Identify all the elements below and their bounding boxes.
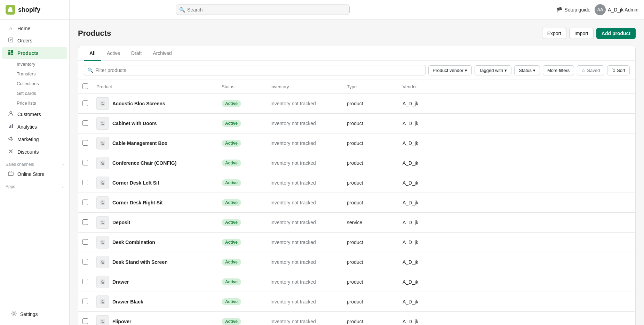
tab-all[interactable]: All xyxy=(84,46,101,61)
tab-archived[interactable]: Archived xyxy=(147,46,177,61)
export-button[interactable]: Export xyxy=(542,28,566,39)
product-type-cell: product xyxy=(343,233,398,252)
status-badge: Active xyxy=(222,179,241,186)
tagged-with-filter-button[interactable]: Tagged with ▾ xyxy=(475,65,511,75)
select-all-checkbox[interactable] xyxy=(82,83,88,89)
product-thumbnail xyxy=(96,276,109,288)
marketing-icon xyxy=(8,136,14,143)
row-checkbox-1[interactable] xyxy=(82,120,88,126)
saved-label: Saved xyxy=(587,68,600,73)
product-vendor-cell: A_D_jk xyxy=(398,233,635,252)
apps-expand-icon[interactable]: › xyxy=(62,184,64,189)
product-thumbnail xyxy=(96,216,109,229)
product-name[interactable]: Conference Chair (CONFIG) xyxy=(112,160,176,166)
svg-rect-38 xyxy=(102,302,104,303)
sidebar-sub-transfers[interactable]: Transfers xyxy=(2,69,67,79)
product-name[interactable]: Flipover xyxy=(112,319,131,324)
svg-rect-34 xyxy=(102,262,104,264)
product-name[interactable]: Acoustic Bloc Screens xyxy=(112,101,165,106)
row-checkbox-9[interactable] xyxy=(82,279,88,284)
product-vendor-cell: A_D_jk xyxy=(398,252,635,272)
sort-button[interactable]: ⇅ Sort xyxy=(607,65,630,75)
sidebar-item-marketing[interactable]: Marketing xyxy=(2,133,67,145)
main-content: 🔍 🏴 Setup guide AA A_D_jk Admin Produ xyxy=(70,0,644,325)
product-vendor-cell: A_D_jk xyxy=(398,272,635,292)
row-checkbox-2[interactable] xyxy=(82,140,88,146)
row-checkbox-0[interactable] xyxy=(82,100,88,106)
filter-products-input[interactable] xyxy=(84,65,426,75)
inventory-value: Inventory not tracked xyxy=(270,220,316,225)
product-vendor-cell: A_D_jk xyxy=(398,173,635,193)
sidebar-item-customers[interactable]: Customers xyxy=(2,108,67,120)
product-thumbnail xyxy=(96,295,109,308)
svg-rect-4 xyxy=(8,52,10,55)
svg-rect-5 xyxy=(11,50,13,53)
sidebar-item-discounts[interactable]: Discounts xyxy=(2,146,67,158)
product-name[interactable]: Desk Combination xyxy=(112,239,155,245)
product-inventory-cell: Inventory not tracked xyxy=(266,213,343,233)
type-value: product xyxy=(347,239,363,245)
sidebar-item-products[interactable]: Products xyxy=(2,47,67,59)
product-status-cell: Active xyxy=(217,193,266,213)
status-filter-button[interactable]: Status ▾ xyxy=(514,65,540,75)
sidebar-item-home[interactable]: ⌂ Home xyxy=(2,23,67,34)
sales-channels-expand-icon[interactable]: › xyxy=(62,162,64,167)
product-vendor-filter-button[interactable]: Product vendor ▾ xyxy=(428,65,472,75)
product-vendor-cell: A_D_jk xyxy=(398,193,635,213)
product-name[interactable]: Corner Desk Right Sit xyxy=(112,200,163,205)
sidebar-sub-gift-cards[interactable]: Gift cards xyxy=(2,89,67,98)
sidebar-item-online-store[interactable]: Online Store xyxy=(2,168,67,180)
orders-icon xyxy=(8,37,14,44)
table-row: Corner Desk Right Sit Active Inventory n… xyxy=(78,193,635,213)
svg-rect-10 xyxy=(10,125,11,128)
row-checkbox-10[interactable] xyxy=(82,299,88,304)
row-checkbox-3[interactable] xyxy=(82,160,88,165)
product-thumbnail xyxy=(96,137,109,149)
topbar-search-input[interactable] xyxy=(176,5,350,15)
row-checkbox-7[interactable] xyxy=(82,239,88,245)
sidebar-item-orders[interactable]: Orders xyxy=(2,34,67,47)
vendor-value: A_D_jk xyxy=(403,180,418,186)
vendor-value: A_D_jk xyxy=(403,200,418,205)
row-checkbox-11[interactable] xyxy=(82,318,88,324)
vendor-value: A_D_jk xyxy=(403,140,418,146)
import-button[interactable]: Import xyxy=(569,28,594,39)
product-name[interactable]: Desk Stand with Screen xyxy=(112,259,168,265)
product-name[interactable]: Cable Management Box xyxy=(112,140,167,146)
product-inventory-cell: Inventory not tracked xyxy=(266,272,343,292)
product-name[interactable]: Deposit xyxy=(112,220,130,225)
svg-rect-26 xyxy=(102,183,104,185)
sidebar-item-settings[interactable]: Settings xyxy=(6,307,64,321)
row-checkbox-4[interactable] xyxy=(82,180,88,185)
product-name-cell: Desk Combination xyxy=(92,233,217,252)
row-checkbox-8[interactable] xyxy=(82,259,88,265)
more-filters-button[interactable]: More filters xyxy=(543,65,574,75)
sidebar-discounts-label: Discounts xyxy=(17,149,39,155)
row-checkbox-5[interactable] xyxy=(82,200,88,205)
sidebar-sub-collections[interactable]: Collections xyxy=(2,79,67,88)
th-product: Product xyxy=(92,80,217,94)
sidebar-sub-inventory[interactable]: Inventory xyxy=(2,59,67,69)
row-checkbox-cell xyxy=(78,114,92,133)
add-product-button[interactable]: Add product xyxy=(596,28,636,39)
row-checkbox-6[interactable] xyxy=(82,219,88,225)
sidebar-item-analytics[interactable]: Analytics xyxy=(2,121,67,133)
product-vendor-cell: A_D_jk xyxy=(398,312,635,325)
tab-active[interactable]: Active xyxy=(101,46,126,61)
page-title: Products xyxy=(78,29,111,38)
product-name[interactable]: Drawer xyxy=(112,279,129,285)
product-name[interactable]: Cabinet with Doors xyxy=(112,121,157,126)
setup-guide-button[interactable]: 🏴 Setup guide xyxy=(556,7,590,13)
saved-button[interactable]: ☆ Saved xyxy=(577,65,604,75)
tab-draft[interactable]: Draft xyxy=(126,46,147,61)
admin-avatar-button[interactable]: AA A_D_jk Admin xyxy=(595,4,638,15)
filter-search-wrap: 🔍 xyxy=(84,65,426,75)
row-checkbox-cell xyxy=(78,173,92,193)
product-type-cell: product xyxy=(343,292,398,312)
product-name[interactable]: Drawer Black xyxy=(112,299,143,304)
row-checkbox-cell xyxy=(78,252,92,272)
type-value: product xyxy=(347,259,363,265)
status-filter-label: Status xyxy=(519,68,532,73)
sidebar-sub-price-lists[interactable]: Price lists xyxy=(2,98,67,108)
product-name[interactable]: Corner Desk Left Sit xyxy=(112,180,159,186)
